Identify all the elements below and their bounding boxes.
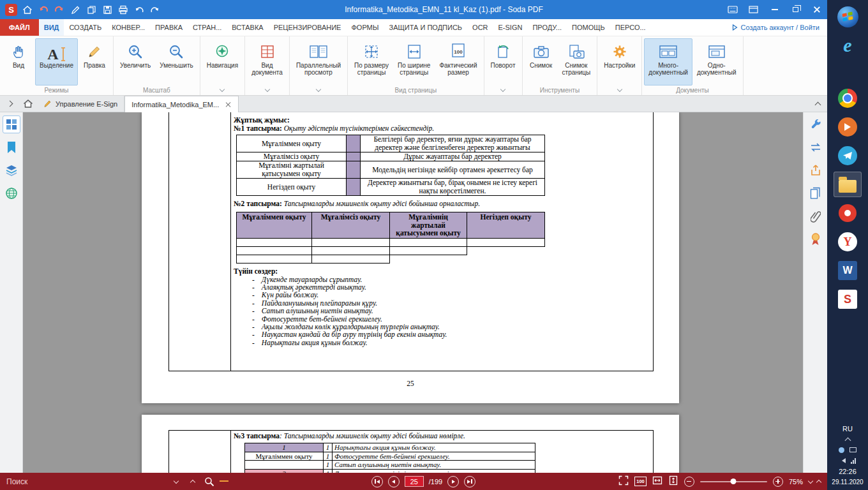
signal-icon[interactable] xyxy=(851,458,856,464)
redo-icon[interactable] xyxy=(149,4,161,15)
touch-keyboard-icon[interactable] xyxy=(722,0,743,19)
undo-icon[interactable] xyxy=(133,4,145,15)
zoom-in-button[interactable]: Увеличить xyxy=(116,38,155,85)
rotate-dropdown[interactable] xyxy=(486,85,520,95)
next-page-button[interactable] xyxy=(447,476,459,487)
menu-file[interactable]: ФАЙЛ xyxy=(0,19,39,36)
previous-page-button[interactable] xyxy=(388,476,400,487)
attachments-button[interactable] xyxy=(807,207,825,225)
zoom-slider[interactable] xyxy=(700,481,767,482)
menu-view[interactable]: ВИД xyxy=(39,19,64,36)
record-app-icon[interactable] xyxy=(834,200,862,226)
account-link[interactable]: Создать аккаунт / Войти xyxy=(724,19,827,36)
select-mode-button[interactable]: A Выделение xyxy=(35,38,78,85)
actual-size-button[interactable]: 100 Фактический размер xyxy=(435,38,481,85)
multi-document-button[interactable]: Много- документный xyxy=(644,38,692,85)
search-input[interactable] xyxy=(6,477,166,486)
fit-width-button[interactable] xyxy=(652,475,662,488)
yandex-browser-icon[interactable]: Y xyxy=(834,229,862,255)
layers-panel-button[interactable] xyxy=(3,161,20,179)
volume-icon[interactable] xyxy=(839,458,846,463)
tray-expand-icon[interactable] xyxy=(844,438,851,444)
find-previous-button[interactable] xyxy=(186,476,199,487)
doc-view-button[interactable]: Вид документа xyxy=(247,38,287,85)
left-panel-toggle[interactable] xyxy=(0,96,19,112)
redo-red-icon[interactable] xyxy=(54,4,65,15)
zoom-out-button[interactable]: Уменьшить xyxy=(155,38,197,85)
doc-view-dropdown[interactable] xyxy=(247,85,287,95)
menu-personalize[interactable]: ПЕРСО... xyxy=(610,19,651,36)
find-next-button[interactable] xyxy=(170,476,183,487)
language-indicator[interactable]: RU xyxy=(842,425,853,433)
menu-convert[interactable]: КОНВЕР... xyxy=(107,19,150,36)
menu-review[interactable]: РЕЦЕНЗИРОВАНИЕ xyxy=(269,19,347,36)
menu-pages[interactable]: СТРАН... xyxy=(188,19,227,36)
close-button[interactable] xyxy=(806,0,827,19)
fit-page-button[interactable] xyxy=(668,475,678,488)
settings-button[interactable]: Настройки xyxy=(599,38,640,85)
export-button[interactable] xyxy=(807,161,825,179)
clock-time[interactable]: 22:26 xyxy=(839,468,857,475)
media-player-icon[interactable] xyxy=(834,114,862,140)
single-document-button[interactable]: Одно- документный xyxy=(692,38,741,85)
network-status-icon[interactable] xyxy=(839,447,844,453)
statusbar-expand[interactable] xyxy=(809,479,821,484)
menu-products[interactable]: ПРОДУ... xyxy=(527,19,567,36)
compare-button[interactable] xyxy=(807,138,825,156)
zoom-slider-handle[interactable] xyxy=(731,479,737,484)
chrome-icon[interactable] xyxy=(834,85,862,111)
certificates-button[interactable] xyxy=(807,230,825,248)
navigation-dropdown[interactable] xyxy=(202,85,243,95)
actual-size-button[interactable]: 100 xyxy=(634,477,647,486)
fit-width-button[interactable]: По ширине страницы xyxy=(393,38,435,85)
telegram-icon[interactable] xyxy=(834,143,862,168)
view-mode-button[interactable]: Вид xyxy=(2,38,35,85)
menu-esign[interactable]: E-SIGN xyxy=(493,19,528,36)
fullscreen-button[interactable] xyxy=(618,475,629,488)
parallel-view-dropdown[interactable] xyxy=(292,85,345,95)
rotate-button[interactable]: Поворот xyxy=(486,38,520,85)
current-page-input[interactable] xyxy=(405,476,424,487)
internet-explorer-icon[interactable]: e xyxy=(834,33,862,58)
snapshot-button[interactable]: Снимок xyxy=(525,38,558,85)
menu-edit[interactable]: ПРАВКА xyxy=(150,19,188,36)
document-view[interactable]: Жұптық жұмыс: №1 тапсырма: Оқыту әдістер… xyxy=(23,112,803,473)
pages-icon[interactable] xyxy=(86,4,97,15)
menu-forms[interactable]: ФОРМЫ xyxy=(346,19,384,36)
home-icon[interactable] xyxy=(22,4,33,15)
start-button[interactable] xyxy=(834,4,862,29)
close-tab-icon[interactable] xyxy=(225,101,232,108)
clock-date[interactable]: 29.11.2020 xyxy=(832,479,863,486)
right-panel-toggle[interactable] xyxy=(808,96,827,112)
undo-red-icon[interactable] xyxy=(38,4,49,15)
menu-insert[interactable]: ВСТАВКА xyxy=(227,19,268,36)
menu-ocr[interactable]: OCR xyxy=(467,19,493,36)
display-icon[interactable] xyxy=(849,447,857,452)
zoom-out-button[interactable] xyxy=(684,477,694,487)
pages-panel-button[interactable] xyxy=(807,184,825,202)
edit-mode-button[interactable]: Правка xyxy=(78,38,111,85)
fit-page-button[interactable]: По размеру страницы xyxy=(350,38,393,85)
home-tab[interactable] xyxy=(19,96,37,112)
page-snapshot-button[interactable]: Снимок страницы xyxy=(558,38,595,85)
repair-tools-button[interactable] xyxy=(807,115,825,133)
menu-help[interactable]: ПОМОЩЬ xyxy=(567,19,610,36)
file-explorer-icon[interactable] xyxy=(834,172,862,197)
web-panel-button[interactable] xyxy=(3,184,20,202)
edit-pencil-icon[interactable] xyxy=(70,4,81,15)
minimize-button[interactable] xyxy=(764,0,785,19)
soda-pdf-taskbar-icon[interactable]: S xyxy=(834,286,862,312)
last-page-button[interactable] xyxy=(464,476,475,487)
save-icon[interactable] xyxy=(101,4,113,15)
thumbnails-panel-button[interactable] xyxy=(3,115,20,133)
zoom-in-button[interactable] xyxy=(773,477,783,487)
word-icon[interactable]: W xyxy=(834,258,862,283)
restore-button[interactable] xyxy=(785,0,806,19)
first-page-button[interactable] xyxy=(371,476,383,487)
bookmarks-panel-button[interactable] xyxy=(3,138,20,156)
menu-secure-sign[interactable]: ЗАЩИТА И ПОДПИСЬ xyxy=(384,19,468,36)
menu-create[interactable]: СОЗДАТЬ xyxy=(64,19,107,36)
navigation-button[interactable]: Навигация xyxy=(202,38,243,85)
window-switch-icon[interactable] xyxy=(743,0,764,19)
settings-dropdown[interactable] xyxy=(599,85,640,95)
